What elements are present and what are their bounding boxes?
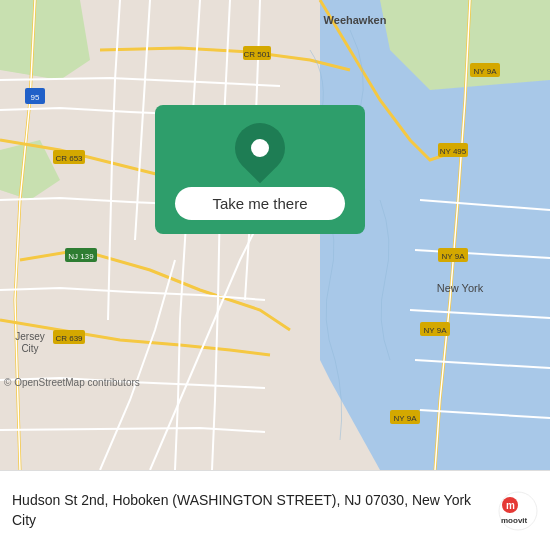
location-pin-icon — [225, 113, 296, 184]
location-card: Take me there — [155, 105, 365, 234]
svg-text:CR 639: CR 639 — [55, 334, 83, 343]
address-text: Hudson St 2nd, Hoboken (WASHINGTON STREE… — [12, 491, 488, 530]
svg-text:City: City — [21, 343, 38, 354]
svg-text:CR 501: CR 501 — [243, 50, 271, 59]
svg-text:New York: New York — [437, 282, 484, 294]
svg-text:Weehawken: Weehawken — [324, 14, 387, 26]
svg-text:NY 495: NY 495 — [440, 147, 467, 156]
svg-text:CR 653: CR 653 — [55, 154, 83, 163]
svg-text:moovit: moovit — [501, 516, 528, 525]
map-attribution: © OpenStreetMap contributors — [4, 377, 140, 388]
svg-text:NY 9A: NY 9A — [442, 252, 466, 261]
svg-text:Jersey: Jersey — [15, 331, 44, 342]
moovit-logo: m moovit — [498, 491, 538, 531]
svg-text:NJ 139: NJ 139 — [68, 252, 94, 261]
svg-text:NY 9A: NY 9A — [424, 326, 448, 335]
svg-text:NY 9A: NY 9A — [474, 67, 498, 76]
svg-text:NY 9A: NY 9A — [394, 414, 418, 423]
map-view: 95 CR 501 NY 9A NY 495 NY 9A NY 9A NY 9A… — [0, 0, 550, 470]
take-me-there-button[interactable]: Take me there — [175, 187, 345, 220]
svg-text:95: 95 — [31, 93, 40, 102]
bottom-bar: Hudson St 2nd, Hoboken (WASHINGTON STREE… — [0, 470, 550, 550]
bottom-bar-content: Hudson St 2nd, Hoboken (WASHINGTON STREE… — [12, 491, 538, 531]
svg-text:m: m — [506, 500, 515, 511]
